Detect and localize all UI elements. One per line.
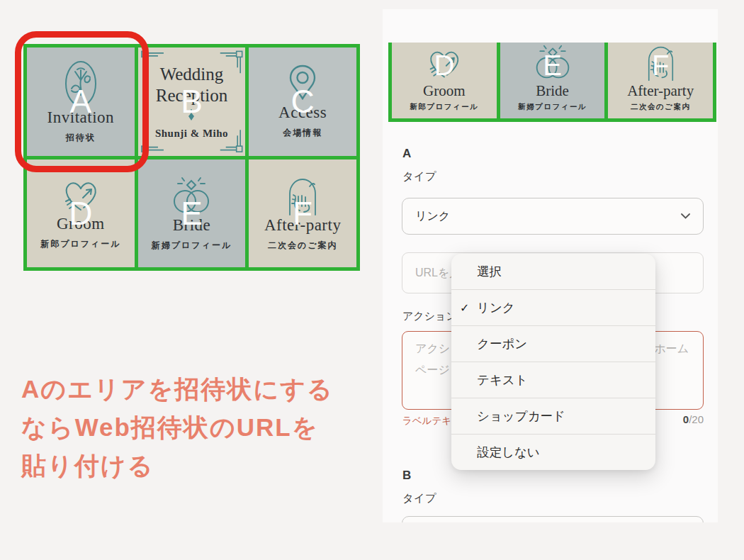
tile-letter-b: B bbox=[181, 82, 203, 121]
type-select-b[interactable] bbox=[402, 516, 704, 522]
char-counter-max: /20 bbox=[689, 413, 704, 425]
annotation-line-1: Aのエリアを招待状にする bbox=[21, 370, 361, 408]
tile-a-highlight-rectangle bbox=[15, 31, 149, 172]
menu-tile-b-wedding-reception: Wedding Reception Shunji & Miho B bbox=[138, 47, 246, 156]
type-select-a-value: リンク bbox=[415, 209, 450, 224]
tile-title: After-party bbox=[627, 82, 694, 99]
tile-subtitle: 新婦プロフィール bbox=[152, 240, 232, 252]
tile-letter-c: C bbox=[291, 82, 315, 121]
annotation-text: Aのエリアを招待状にする ならWeb招待状のURLを 貼り付ける bbox=[21, 370, 361, 485]
char-counter-current: 0 bbox=[683, 413, 689, 425]
tile-subtitle: 二次会のご案内 bbox=[631, 102, 691, 112]
type-dropdown-menu: 選択 ✓ リンク クーポン テキスト ショップカード 設定しない bbox=[451, 254, 655, 470]
tile-title: Groom bbox=[423, 82, 466, 99]
type-select-a[interactable]: リンク bbox=[402, 198, 704, 235]
dropdown-item-label: 選択 bbox=[477, 263, 502, 280]
dropdown-item-label: テキスト bbox=[477, 371, 528, 388]
tile-subtitle: 会場情報 bbox=[283, 127, 322, 139]
menu-tile-d-groom: Groom 新郎プロフィール D bbox=[27, 159, 135, 268]
annotation-line-3: 貼り付ける bbox=[21, 447, 361, 485]
type-label-b: タイプ bbox=[402, 491, 436, 506]
dropdown-item-shopcard[interactable]: ショップカード bbox=[451, 398, 655, 434]
tile-letter-e: E bbox=[181, 194, 203, 233]
preview-tile-f-after-party: After-party 二次会のご案内 F bbox=[608, 43, 713, 118]
menu-tile-c-access: Access 会場情報 C bbox=[249, 47, 356, 156]
tile-subtitle: 新婦プロフィール bbox=[518, 102, 587, 112]
editor-preview-tiles-row: Groom 新郎プロフィール D Bride 新婦プロフィール E After-… bbox=[388, 43, 716, 122]
section-b-label: B bbox=[402, 469, 411, 483]
check-icon: ✓ bbox=[460, 301, 469, 315]
section-a-label: A bbox=[402, 147, 411, 161]
action-placeholder-fragment-2: ホーム bbox=[654, 342, 689, 357]
menu-tile-f-after-party: After-party 二次会のご案内 F bbox=[249, 159, 356, 268]
dropdown-item-label: 設定しない bbox=[477, 444, 540, 461]
dropdown-item-link[interactable]: ✓ リンク bbox=[451, 289, 655, 325]
chevron-down-icon bbox=[681, 213, 690, 219]
dropdown-item-select[interactable]: 選択 bbox=[451, 254, 655, 289]
type-label-a: タイプ bbox=[402, 169, 436, 184]
tile-letter-d: D bbox=[69, 194, 92, 233]
tile-letter-f: F bbox=[293, 194, 312, 233]
tile-subtitle: 新郎プロフィール bbox=[410, 102, 478, 112]
dropdown-item-text[interactable]: テキスト bbox=[451, 362, 655, 398]
tile-letter-e: E bbox=[543, 50, 562, 82]
action-label: アクション bbox=[402, 310, 457, 323]
dropdown-item-label: クーポン bbox=[477, 335, 527, 352]
dropdown-item-coupon[interactable]: クーポン bbox=[451, 325, 655, 362]
dropdown-item-label: リンク bbox=[477, 299, 515, 316]
action-placeholder-fragment-1: アクシ bbox=[415, 342, 450, 357]
tile-title: Bride bbox=[536, 82, 569, 99]
editor-panel: Groom 新郎プロフィール D Bride 新婦プロフィール E After-… bbox=[383, 9, 718, 522]
dropdown-item-none[interactable]: 設定しない bbox=[451, 434, 655, 470]
preview-tile-e-bride: Bride 新婦プロフィール E bbox=[500, 43, 605, 118]
dropdown-item-label: ショップカード bbox=[477, 408, 565, 425]
preview-tile-d-groom: Groom 新郎プロフィール D bbox=[392, 43, 497, 118]
tile-letter-f: F bbox=[652, 50, 669, 82]
tile-subtitle: 二次会のご案内 bbox=[268, 240, 338, 252]
tile-letter-d: D bbox=[434, 50, 454, 82]
action-placeholder-fragment-3: ページ bbox=[415, 363, 450, 378]
menu-tile-e-bride: Bride 新婦プロフィール E bbox=[138, 159, 246, 268]
tile-subtitle: 新郎プロフィール bbox=[40, 238, 120, 250]
annotation-line-2: ならWeb招待状のURLを bbox=[21, 408, 361, 447]
